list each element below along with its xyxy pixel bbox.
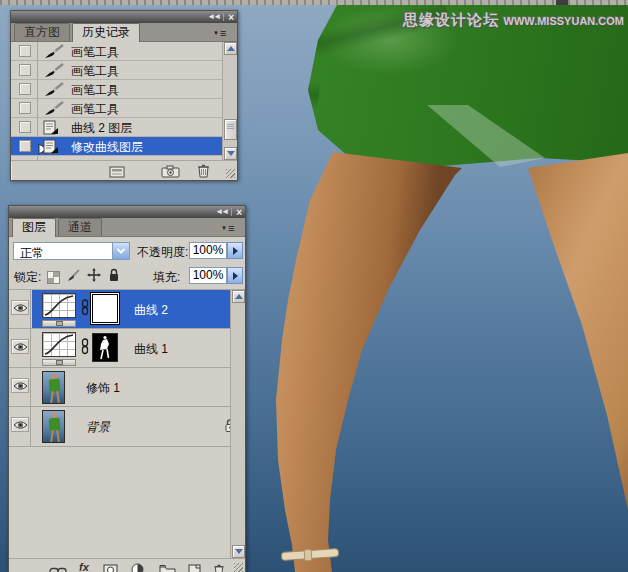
history-source-checkbox[interactable]	[19, 121, 31, 133]
history-states-list: 画笔工具 画笔工具 画笔工具 画笔工具	[11, 42, 237, 160]
history-state-row[interactable]: 画笔工具	[11, 80, 222, 99]
layer-operation-icon	[43, 139, 65, 154]
curves-mini-slider	[42, 359, 76, 366]
history-state-row[interactable]: 曲线 2 图层	[11, 118, 222, 137]
layers-panel-tabs: 图层 通道 ▼ ≡	[9, 218, 245, 237]
layers-panel: ◄◄ × 图层 通道 ▼ ≡ 正常 不透明度: 100% 锁定:	[8, 205, 246, 572]
layers-controls: 正常 不透明度: 100% 锁定: 填充: 100%	[9, 237, 245, 290]
layer-name[interactable]: 曲线 1	[134, 341, 168, 358]
fill-input[interactable]: 100%	[189, 267, 227, 284]
history-state-row[interactable]: 画笔工具	[11, 42, 222, 61]
brush-tool-icon	[43, 44, 65, 59]
history-panel: ◄◄ × 直方图 历史记录 ▼ ≡ 画笔工具	[10, 10, 238, 181]
visibility-eye-icon[interactable]	[11, 339, 29, 354]
layer-name[interactable]: 修饰 1	[86, 380, 120, 397]
history-panel-titlebar: ◄◄ ×	[11, 11, 237, 23]
link-layers-icon[interactable]	[49, 562, 67, 572]
collapse-panel-icon[interactable]: ◄◄	[207, 13, 219, 21]
lock-transparency-icon[interactable]	[47, 271, 60, 284]
history-source-checkbox[interactable]	[19, 83, 31, 95]
window-titlebar-clipped	[0, 0, 628, 5]
opacity-slider-arrow-icon[interactable]	[227, 242, 243, 259]
curves-adjustment-thumbnail[interactable]	[42, 332, 76, 366]
add-layer-mask-icon[interactable]	[103, 562, 118, 572]
blend-mode-value: 正常	[20, 245, 44, 262]
watermark: 思缘设计论坛 WWW.MISSYUAN.COM	[403, 11, 624, 30]
history-panel-footer	[11, 160, 237, 180]
new-group-folder-icon[interactable]	[159, 562, 176, 572]
panel-menu-icon[interactable]: ▼ ≡	[213, 26, 233, 39]
panel-resize-grip[interactable]	[234, 563, 243, 572]
lock-all-padlock-icon[interactable]	[108, 268, 120, 286]
layer-name[interactable]: 背景	[86, 419, 110, 436]
watermark-site-name: 思缘设计论坛	[403, 11, 499, 28]
history-state-row[interactable]: 画笔工具	[11, 99, 222, 118]
layer-image-thumbnail[interactable]	[42, 410, 65, 443]
lock-position-move-icon[interactable]	[87, 268, 101, 286]
brush-tool-icon	[43, 63, 65, 78]
mask-link-icon[interactable]	[80, 338, 90, 359]
scrollbar-thumb[interactable]	[224, 119, 237, 140]
layer-row-curves-2[interactable]: 曲线 2	[9, 290, 230, 329]
curves-adjustment-thumbnail[interactable]	[42, 293, 76, 327]
history-source-checkbox[interactable]	[19, 102, 31, 114]
delete-layer-trash-icon[interactable]	[213, 562, 225, 572]
layer-style-fx-icon[interactable]: fx	[79, 562, 89, 572]
layers-panel-footer: fx	[9, 558, 245, 572]
blend-mode-dropdown[interactable]: 正常	[13, 242, 130, 260]
layer-image-thumbnail[interactable]	[42, 371, 65, 404]
dropdown-arrow-icon[interactable]	[112, 243, 129, 259]
scroll-down-button[interactable]	[232, 545, 245, 558]
new-adjustment-layer-icon[interactable]	[131, 562, 144, 572]
history-state-row[interactable]: 画笔工具	[11, 61, 222, 80]
tab-histogram[interactable]: 直方图	[14, 23, 70, 41]
fill-slider-arrow-icon[interactable]	[227, 267, 243, 284]
lock-pixels-brush-icon[interactable]	[67, 268, 80, 286]
visibility-eye-icon[interactable]	[11, 378, 29, 393]
scroll-up-button[interactable]	[224, 42, 237, 55]
new-layer-icon[interactable]	[188, 562, 201, 572]
layer-row-background[interactable]: 背景	[9, 407, 230, 447]
history-scrollbar[interactable]	[222, 42, 237, 160]
brush-tool-icon	[43, 101, 65, 116]
layer-operation-icon	[43, 120, 65, 135]
history-source-checkbox[interactable]	[19, 140, 31, 152]
panel-menu-icon[interactable]: ▼ ≡	[221, 221, 241, 234]
layer-row-retouch-1[interactable]: 修饰 1	[9, 368, 230, 407]
lock-icons	[47, 268, 120, 286]
ankle-strap	[281, 548, 339, 561]
scroll-up-button[interactable]	[232, 290, 245, 303]
close-panel-icon[interactable]: ×	[228, 13, 234, 22]
opacity-label: 不透明度:	[137, 244, 188, 261]
tab-history[interactable]: 历史记录	[72, 23, 140, 42]
history-state-row-selected[interactable]: 修改曲线图层	[11, 137, 222, 156]
fill-label: 填充:	[153, 269, 180, 286]
tab-layers[interactable]: 图层	[12, 218, 56, 237]
watermark-site-url: WWW.MISSYUAN.COM	[504, 15, 624, 27]
titlebar-button-clipped	[556, 0, 568, 5]
layer-mask-thumbnail[interactable]	[92, 294, 118, 323]
layer-name[interactable]: 曲线 2	[134, 302, 168, 319]
mask-link-icon[interactable]	[80, 299, 90, 320]
opacity-input[interactable]: 100%	[189, 242, 227, 259]
tab-channels[interactable]: 通道	[58, 218, 102, 236]
layers-list: 曲线 2	[9, 290, 245, 558]
collapse-panel-icon[interactable]: ◄◄	[215, 208, 227, 216]
close-panel-icon[interactable]: ×	[236, 208, 242, 217]
history-panel-tabs: 直方图 历史记录 ▼ ≡	[11, 23, 237, 42]
panel-resize-grip[interactable]	[226, 169, 235, 178]
layers-panel-titlebar: ◄◄ ×	[9, 206, 245, 218]
layer-mask-thumbnail[interactable]	[92, 333, 118, 362]
history-source-checkbox[interactable]	[19, 64, 31, 76]
curves-mini-slider	[42, 320, 76, 327]
scroll-down-button[interactable]	[224, 147, 237, 160]
visibility-eye-icon[interactable]	[11, 300, 29, 315]
brush-tool-icon	[43, 82, 65, 97]
new-document-from-state-icon[interactable]	[109, 164, 125, 182]
visibility-eye-icon[interactable]	[11, 417, 29, 432]
history-source-checkbox[interactable]	[19, 45, 31, 57]
layer-row-curves-1[interactable]: 曲线 1	[9, 329, 230, 368]
delete-state-trash-icon[interactable]	[197, 164, 210, 182]
layers-scrollbar[interactable]	[230, 290, 245, 558]
new-snapshot-camera-icon[interactable]	[161, 164, 180, 182]
